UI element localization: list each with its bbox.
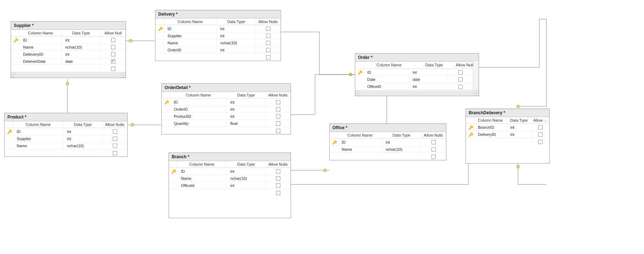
table-orderdetail-title[interactable]: OrderDetail * [162, 84, 291, 92]
table-row[interactable]: OfficeID int [355, 83, 473, 90]
table-row[interactable]: OrderID int [162, 106, 291, 113]
allow-null-checkbox[interactable] [458, 77, 463, 82]
table-office-title[interactable]: Office * [330, 124, 446, 132]
scroll-left-icon[interactable]: ‹ [11, 73, 16, 78]
table-supplier[interactable]: Supplier * Column Name Data Type Allow N… [11, 21, 126, 78]
table-row[interactable] [330, 153, 446, 160]
table-row[interactable]: 🔑 ID int [169, 168, 291, 175]
table-supplier-header: Column Name Data Type Allow Null [11, 30, 126, 37]
allow-null-checkbox[interactable] [266, 41, 270, 45]
allow-null-checkbox[interactable] [276, 121, 280, 126]
table-row[interactable]: 🔑 ID int [11, 37, 126, 44]
table-row[interactable]: OfficeId int [169, 182, 291, 189]
allow-null-checkbox[interactable] [538, 140, 543, 144]
table-order[interactable]: Order * Column Name Data Type Allow Null… [355, 53, 479, 96]
vscrollbar[interactable] [473, 61, 479, 90]
table-supplier-title[interactable]: Supplier * [11, 22, 126, 30]
table-order-header: Column Name Data Type Allow Null ˄ [355, 62, 479, 69]
table-branch[interactable]: Branch * Column Name Data Type Allow Nul… [169, 153, 291, 218]
allow-null-checkbox[interactable] [276, 191, 280, 195]
table-row[interactable]: Supplier int [155, 32, 281, 39]
allow-null-checkbox[interactable] [458, 70, 463, 74]
allow-null-header: Allow Null [101, 30, 126, 36]
table-row[interactable]: Name nchar(10) [11, 44, 126, 51]
allow-null-checkbox[interactable] [266, 55, 270, 60]
allow-null-checkbox[interactable] [113, 137, 117, 141]
table-row[interactable]: DelieveryID int [11, 51, 126, 58]
allow-null-checkbox[interactable] [276, 114, 280, 118]
table-row[interactable] [5, 149, 127, 156]
allow-null-checkbox[interactable] [113, 151, 117, 155]
table-row[interactable]: DeleiverDate date [11, 58, 126, 65]
svg-point-4 [324, 169, 326, 172]
table-product[interactable]: Product * Column Name Data Type Allow Nu… [4, 113, 128, 157]
table-branchdelievery[interactable]: BranchDelievery * Column Name Data Type … [466, 109, 550, 164]
table-row[interactable]: Name nchar(10) [155, 39, 281, 46]
table-delivery[interactable]: Delivery * Column Name Data Type Allow N… [155, 10, 281, 61]
table-row[interactable]: 🔑 BranchID int [466, 124, 549, 131]
allow-null-checkbox[interactable] [431, 140, 436, 144]
table-row[interactable] [169, 189, 291, 196]
allow-null-checkbox[interactable] [111, 67, 115, 71]
allow-null-checkbox[interactable] [276, 129, 280, 133]
allow-null-checkbox[interactable] [111, 45, 115, 49]
table-row[interactable]: Supplier int [5, 135, 127, 142]
allow-null-checkbox[interactable] [266, 34, 270, 38]
allow-null-checkbox[interactable] [276, 183, 280, 188]
allow-null-checkbox[interactable] [113, 144, 117, 148]
table-row[interactable] [155, 54, 281, 61]
allow-null-checkbox[interactable] [111, 38, 115, 42]
table-row[interactable]: ProductID int [162, 113, 291, 120]
allow-null-checkbox[interactable] [266, 27, 270, 31]
table-office[interactable]: Office * Column Name Data Type Allow Nul… [329, 123, 446, 160]
table-row[interactable] [162, 127, 291, 134]
table-row[interactable]: Name nchar(10) [330, 146, 446, 153]
allow-null-checkbox[interactable] [276, 176, 280, 181]
table-row[interactable]: 🔑 ID int [355, 69, 473, 76]
table-row[interactable]: Quantity float [162, 120, 291, 127]
table-row[interactable]: 🔑 ID int [162, 99, 291, 106]
allow-null-checkbox[interactable] [276, 107, 280, 111]
table-orderdetail[interactable]: OrderDetail * Column Name Data Type Allo… [161, 83, 291, 134]
table-order-title[interactable]: Order * [355, 54, 479, 62]
table-orderdetail-header: Column Name Data Type Allow Nulls [162, 92, 291, 99]
hscrollbar[interactable]: ‹ › [11, 72, 126, 78]
table-row[interactable]: 🔑 ID int [330, 139, 446, 146]
allow-null-checkbox[interactable] [111, 59, 115, 64]
key-icon: 🔑 [171, 169, 175, 173]
table-row[interactable] [11, 65, 126, 72]
table-row[interactable]: Name nchar(10) [169, 175, 291, 182]
table-delivery-title[interactable]: Delivery * [155, 10, 281, 18]
scroll-left-icon[interactable]: ‹ [355, 91, 360, 96]
key-icon: 🔑 [332, 140, 336, 144]
table-row[interactable]: 🔑 DeliveryID int [466, 131, 549, 138]
allow-null-checkbox[interactable] [276, 100, 280, 104]
table-supplier-rows: 🔑 ID int Name nchar(10) DelieveryID int … [11, 37, 126, 72]
svg-point-2 [131, 123, 134, 126]
allow-null-checkbox[interactable] [113, 129, 117, 134]
allow-null-checkbox[interactable] [266, 48, 270, 52]
table-row[interactable]: Date date [355, 76, 473, 83]
svg-point-6 [517, 165, 519, 168]
svg-point-5 [517, 105, 519, 108]
table-row[interactable]: Name nchar(10) [5, 142, 127, 149]
hscrollbar[interactable]: ‹ › [355, 90, 479, 96]
allow-null-checkbox[interactable] [111, 52, 115, 56]
scroll-right-icon[interactable]: › [474, 91, 479, 96]
table-branchdelievery-title[interactable]: BranchDelievery * [466, 109, 549, 117]
allow-null-checkbox[interactable] [431, 147, 436, 151]
table-branch-title[interactable]: Branch * [169, 153, 291, 161]
table-row[interactable] [466, 138, 549, 145]
table-row[interactable]: OrderID int [155, 46, 281, 54]
allow-null-checkbox[interactable] [276, 169, 280, 173]
allow-null-checkbox[interactable] [431, 155, 436, 159]
allow-null-checkbox[interactable] [538, 125, 543, 129]
table-product-title[interactable]: Product * [5, 113, 127, 121]
scroll-right-icon[interactable]: › [121, 73, 126, 78]
table-row[interactable]: 🔑 ID int [5, 128, 127, 135]
allow-null-checkbox[interactable] [458, 85, 463, 89]
allow-null-checkbox[interactable] [538, 132, 543, 137]
table-row[interactable]: 🔑 ID int [155, 25, 281, 32]
scroll-track[interactable] [360, 91, 473, 95]
scroll-track[interactable] [16, 73, 120, 77]
